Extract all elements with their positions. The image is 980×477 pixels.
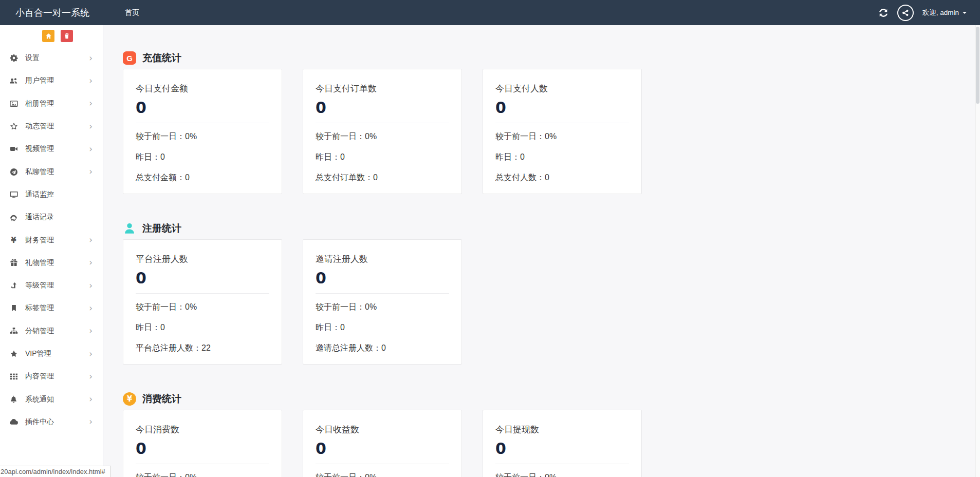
stat-card-consume-count: 今日消费数 0 较于前一日：0%: [123, 410, 282, 477]
sidebar-item-label: 视频管理: [25, 144, 89, 154]
card-row: 昨日：0: [316, 150, 449, 164]
sidebar-item-album-management[interactable]: 相册管理 ›: [0, 92, 103, 115]
sidebar-item-private-chat-management[interactable]: 私聊管理 ›: [0, 160, 103, 183]
card-group: 平台注册人数 0 较于前一日：0% 昨日：0 平台总注册人数：22 邀请注册人数…: [123, 239, 980, 365]
sidebar-item-label: 设置: [25, 53, 89, 63]
divider: [316, 293, 449, 294]
avatar[interactable]: [897, 5, 914, 21]
sidebar-item-label: 通话监控: [25, 190, 93, 199]
sidebar-item-call-monitor[interactable]: 通话监控: [0, 183, 103, 206]
card-row: 昨日：0: [136, 320, 269, 335]
star-outline-icon: [9, 122, 19, 130]
chevron-right-icon: ›: [89, 281, 93, 290]
stat-card-platform-registers: 平台注册人数 0 较于前一日：0% 昨日：0 平台总注册人数：22: [123, 239, 282, 365]
refresh-icon[interactable]: [878, 8, 889, 18]
sidebar-item-content-management[interactable]: 内容管理 ›: [0, 365, 103, 388]
sidebar-item-call-records[interactable]: 通话记录: [0, 206, 103, 228]
card-value: 0: [136, 270, 269, 287]
card-row: 总支付人数：0: [495, 170, 629, 185]
sidebar-menu: 设置 › 用户管理 › 相册管理 › 动态管理 › 视频管理 › 私聊管理 ›: [0, 42, 103, 433]
sidebar-item-label: 动态管理: [25, 122, 89, 131]
sitemap-icon: [9, 327, 19, 335]
sidebar-item-finance-management[interactable]: ¥ 财务管理 ›: [0, 228, 103, 251]
gears-icon: [9, 54, 19, 62]
card-label: 今日提现数: [495, 424, 629, 436]
card-row: 较于前一日：0%: [316, 129, 449, 144]
card-value: 0: [495, 99, 629, 117]
card-value: 0: [316, 270, 449, 287]
section-title: 注册统计: [142, 222, 181, 235]
sidebar-item-label: 系统通知: [25, 395, 89, 404]
chevron-right-icon: ›: [89, 145, 93, 154]
sidebar: 设置 › 用户管理 › 相册管理 › 动态管理 › 视频管理 › 私聊管理 ›: [0, 25, 103, 477]
sidebar-item-label: 等级管理: [25, 281, 89, 290]
sidebar-item-label: 通话记录: [25, 213, 93, 222]
sidebar-item-gift-management[interactable]: 礼物管理 ›: [0, 252, 103, 274]
stat-card-pay-users: 今日支付人数 0 较于前一日：0% 昨日：0 总支付人数：0: [483, 69, 642, 194]
card-group: 今日支付金额 0 较于前一日：0% 昨日：0 总支付金额：0 今日支付订单数 0…: [123, 69, 980, 194]
sidebar-item-label: 用户管理: [25, 76, 89, 85]
card-row: 邀请总注册人数：0: [316, 341, 449, 355]
trash-button[interactable]: [61, 30, 73, 42]
divider: [495, 464, 629, 464]
sidebar-item-plugin-center[interactable]: 插件中心 ›: [0, 411, 103, 433]
chevron-right-icon: ›: [89, 395, 93, 404]
sidebar-item-settings[interactable]: 设置 ›: [0, 47, 103, 69]
card-row: 总支付金额：0: [136, 170, 269, 185]
chevron-right-icon: ›: [89, 417, 93, 426]
divider: [136, 464, 269, 464]
nav-home[interactable]: 首页: [123, 0, 141, 25]
section-title: 充值统计: [142, 51, 181, 65]
sidebar-item-label: 财务管理: [25, 236, 89, 245]
gift-icon: [9, 259, 19, 267]
sidebar-item-moment-management[interactable]: 动态管理 ›: [0, 115, 103, 138]
sidebar-item-distribution-management[interactable]: 分销管理 ›: [0, 320, 103, 342]
card-row: 总支付订单数：0: [316, 170, 449, 185]
home-button[interactable]: [42, 30, 54, 42]
chevron-right-icon: ›: [89, 77, 93, 85]
video-icon: [9, 145, 19, 153]
card-value: 0: [136, 99, 269, 117]
scrollbar-thumb[interactable]: [976, 27, 979, 104]
card-label: 今日支付人数: [495, 83, 629, 95]
level-up-icon: [9, 282, 19, 290]
status-link-preview: 20api.com/admin/index/index.html#: [0, 466, 111, 477]
bookmark-icon: [9, 304, 19, 312]
sidebar-item-video-management[interactable]: 视频管理 ›: [0, 138, 103, 160]
card-row: 较于前一日：0%: [495, 129, 629, 144]
bell-icon: [9, 395, 19, 403]
sidebar-item-tag-management[interactable]: 标签管理 ›: [0, 297, 103, 319]
sidebar-item-level-management[interactable]: 等级管理 ›: [0, 274, 103, 297]
card-label: 今日收益数: [316, 424, 449, 436]
caret-down-icon: [963, 12, 967, 16]
card-label: 邀请注册人数: [316, 253, 449, 265]
sidebar-item-label: 相册管理: [25, 99, 89, 108]
sidebar-item-vip-management[interactable]: VIP管理 ›: [0, 342, 103, 365]
section-register-stats: 注册统计 平台注册人数 0 较于前一日：0% 昨日：0 平台总注册人数：22 邀…: [123, 222, 980, 365]
stat-card-pay-amount: 今日支付金额 0 较于前一日：0% 昨日：0 总支付金额：0: [123, 69, 282, 194]
card-row: 昨日：0: [136, 150, 269, 164]
chevron-right-icon: ›: [89, 54, 93, 63]
divider: [316, 464, 449, 464]
telegram-icon: [9, 168, 19, 176]
card-value: 0: [136, 440, 269, 457]
trash-icon: [64, 33, 70, 39]
sidebar-item-system-notice[interactable]: 系统通知 ›: [0, 388, 103, 410]
stat-card-withdraw-count: 今日提现数 0 较于前一日：0%: [483, 410, 642, 477]
sidebar-item-label: VIP管理: [25, 349, 89, 358]
star-icon: [9, 350, 19, 358]
chevron-right-icon: ›: [89, 236, 93, 244]
chevron-right-icon: ›: [89, 167, 93, 176]
card-row: 较于前一日：0%: [136, 129, 269, 144]
user-menu[interactable]: 欢迎, admin: [922, 8, 967, 17]
section-consume-stats: ¥ 消费统计 今日消费数 0 较于前一日：0% 今日收益数 0 较于前一日：0%…: [123, 392, 980, 477]
welcome-text: 欢迎, admin: [922, 8, 959, 17]
yen-icon: ¥: [9, 236, 19, 245]
sidebar-item-user-management[interactable]: 用户管理 ›: [0, 69, 103, 92]
card-label: 平台注册人数: [136, 253, 269, 265]
card-value: 0: [495, 440, 629, 457]
home-icon: [45, 33, 52, 40]
card-value: 0: [316, 440, 449, 457]
stat-card-income-count: 今日收益数 0 较于前一日：0%: [303, 410, 462, 477]
call-record-icon: [9, 213, 19, 222]
